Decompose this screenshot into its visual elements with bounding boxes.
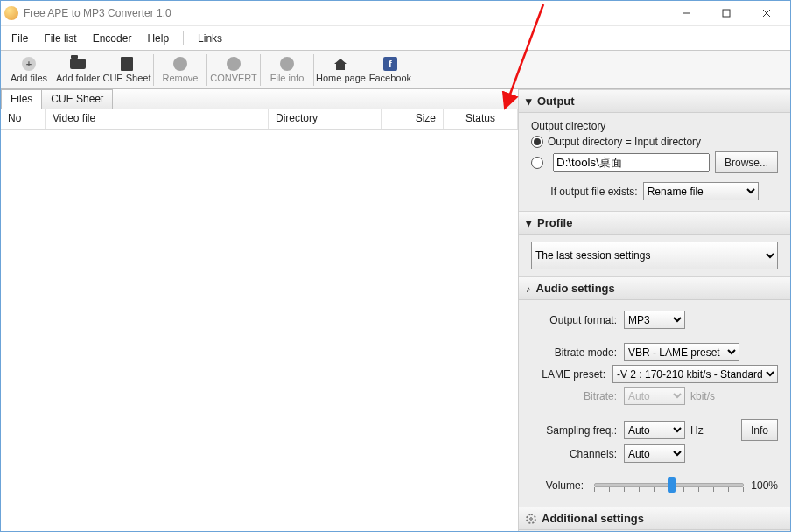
- radio-output-same[interactable]: Output directory = Input directory: [531, 136, 701, 148]
- bitrate-mode-select[interactable]: VBR - LAME preset: [624, 343, 739, 361]
- file-list-header: No Video file Directory Size Status: [1, 108, 518, 130]
- if-exists-label: If output file exists:: [550, 186, 637, 198]
- remove-button: Remove: [156, 52, 205, 88]
- col-status[interactable]: Status: [444, 109, 518, 129]
- output-format-select[interactable]: MP3: [624, 311, 685, 329]
- menu-filelist[interactable]: File list: [37, 30, 83, 47]
- folder-icon: [70, 59, 86, 69]
- title-bar: Free APE to MP3 Converter 1.0: [1, 1, 790, 26]
- circle-icon: [227, 57, 241, 71]
- svg-marker-4: [334, 59, 346, 70]
- home-page-button[interactable]: Home page: [316, 52, 366, 88]
- convert-button: CONVERT: [209, 52, 258, 88]
- col-no[interactable]: No: [1, 109, 46, 129]
- if-exists-select[interactable]: Rename file: [643, 182, 759, 200]
- channels-select[interactable]: Auto: [624, 444, 685, 463]
- app-icon: [4, 6, 18, 20]
- bitrate-select: Auto: [624, 387, 685, 405]
- output-directory-label: Output directory: [531, 120, 778, 132]
- col-directory[interactable]: Directory: [269, 109, 382, 129]
- tab-files[interactable]: Files: [1, 89, 42, 108]
- info-button[interactable]: Info: [741, 419, 778, 441]
- col-size[interactable]: Size: [382, 109, 444, 129]
- chevron-down-icon: ▾: [526, 94, 532, 108]
- circle-icon: [173, 57, 187, 71]
- file-info-button: File info: [262, 52, 312, 88]
- chevron-down-icon: ▾: [526, 216, 532, 229]
- cue-sheet-button[interactable]: CUE Sheet: [102, 52, 151, 88]
- add-folder-button[interactable]: Add folder: [53, 52, 102, 88]
- document-icon: [121, 57, 133, 71]
- output-path-input[interactable]: [553, 153, 710, 172]
- menu-file[interactable]: File: [4, 30, 35, 47]
- additional-section-header[interactable]: Additional settings: [519, 507, 790, 530]
- circle-icon: [280, 57, 294, 71]
- add-files-button[interactable]: + Add files: [4, 52, 53, 88]
- facebook-button[interactable]: f Facebook: [366, 52, 415, 88]
- menu-encoder[interactable]: Encoder: [86, 30, 139, 47]
- close-button[interactable]: [746, 2, 787, 25]
- tab-cuesheet[interactable]: CUE Sheet: [41, 89, 113, 108]
- browse-button[interactable]: Browse...: [715, 151, 778, 173]
- facebook-icon: f: [383, 57, 397, 71]
- maximize-button[interactable]: [706, 2, 746, 25]
- output-section-header[interactable]: ▾ Output: [519, 89, 790, 113]
- toolbar: + Add files Add folder CUE Sheet Remove …: [1, 51, 790, 89]
- plus-icon: +: [22, 57, 36, 71]
- profile-section-header[interactable]: ▾ Profile: [519, 211, 790, 234]
- menu-help[interactable]: Help: [140, 30, 176, 47]
- audio-section-header[interactable]: ♪ Audio settings: [519, 276, 790, 300]
- menu-bar: File File list Encoder Help Links: [1, 26, 790, 51]
- sampling-freq-select[interactable]: Auto: [624, 421, 685, 439]
- volume-slider[interactable]: [594, 475, 744, 496]
- lame-preset-select[interactable]: -V 2 : 170-210 kbit/s - Standard: [612, 365, 778, 383]
- settings-pane: ▾ Output Output directory Output directo…: [519, 89, 790, 532]
- window-title: Free APE to MP3 Converter 1.0: [24, 7, 172, 19]
- radio-output-custom[interactable]: [531, 157, 548, 169]
- gear-icon: [526, 514, 536, 524]
- home-icon: [332, 56, 348, 72]
- menu-separator: [183, 31, 184, 46]
- profile-select[interactable]: The last session settings: [531, 242, 778, 270]
- file-list-pane: Files CUE Sheet No Video file Directory …: [1, 89, 519, 532]
- menu-links[interactable]: Links: [191, 30, 229, 47]
- minimize-button[interactable]: [666, 2, 706, 25]
- col-video[interactable]: Video file: [46, 109, 269, 129]
- note-icon: ♪: [526, 284, 531, 294]
- svg-rect-1: [723, 10, 730, 17]
